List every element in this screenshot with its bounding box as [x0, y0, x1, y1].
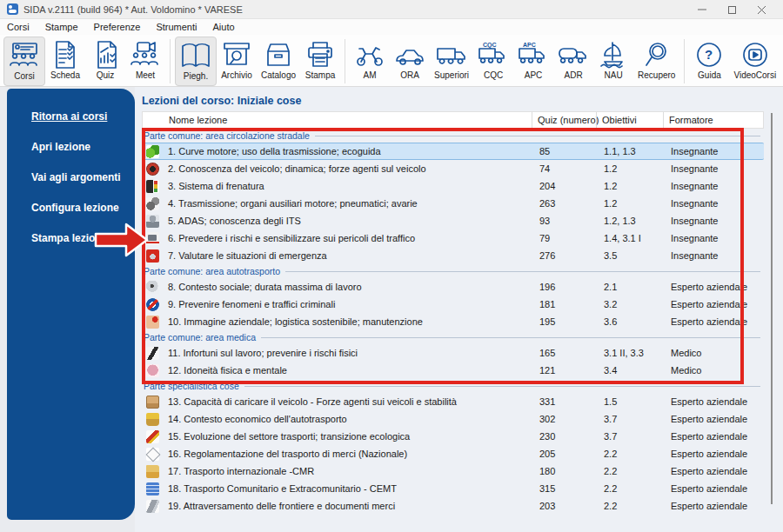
toolbar-button-cqc[interactable]: CQCCQC [473, 37, 513, 86]
toolbar-button-label: ORA [400, 70, 419, 80]
toolbar-button-guida[interactable]: ?Guida [689, 37, 729, 86]
table-row[interactable]: 16. Regolamentazione del trasporto di me… [142, 445, 764, 462]
toolbar-button-stampa[interactable]: Stampa [300, 37, 340, 86]
toolbar-button-quiz[interactable]: Quiz [85, 37, 125, 86]
lesson-quiz: 315 [532, 483, 597, 494]
table-row[interactable]: 1. Curve motore; uso della trasmissione;… [142, 143, 764, 160]
lesson-obiettivi: 3.4 [597, 365, 664, 376]
adr-icon [558, 39, 589, 70]
toolbar-button-label: APC [525, 70, 543, 80]
lesson-icon-cell [142, 482, 163, 495]
section-header: Parte comune: area autotrasporto [142, 264, 764, 278]
tachograph-icon [146, 281, 159, 294]
toolbar-button-label: Stampa [305, 70, 335, 80]
toolbar-button-adr[interactable]: ADR [553, 37, 593, 86]
lesson-name: 16. Regolamentazione del trasporto di me… [163, 449, 532, 459]
toolbar-group: ?GuidaVideoCorsi [689, 37, 780, 86]
table-row[interactable]: 5. ADAS; conoscenza degli ITS931.2, 1.3I… [142, 212, 764, 229]
close-icon [758, 6, 766, 14]
section-rule [315, 136, 760, 136]
toolbar-button-recupero[interactable]: Recupero [633, 37, 679, 86]
vertical-scrollbar[interactable] [771, 113, 773, 504]
lesson-icon-cell [142, 413, 163, 426]
lesson-name: 15. Evoluzione del settore trasporti; tr… [163, 431, 532, 442]
recupero-icon [641, 39, 673, 70]
risk-truck-icon [146, 232, 159, 245]
lesson-icon-cell [142, 396, 163, 409]
lesson-name: 3. Sistema di frenatura [163, 181, 532, 191]
toolbar-button-corsi[interactable]: Corsi [3, 37, 45, 86]
toolbar-button-archivio[interactable]: Archivio [217, 37, 257, 86]
table-row[interactable]: 7. Valutare le situazioni di emergenza27… [142, 247, 764, 264]
lesson-formatore: Medico [664, 348, 764, 358]
menu-item-stampe[interactable]: Stampe [45, 22, 78, 32]
window-controls [687, 0, 776, 19]
stampa-icon [304, 39, 336, 70]
lesson-obiettivi: 1.2, 1.3 [597, 216, 664, 226]
emergency-icon [146, 249, 159, 263]
toolbar-button-superiori[interactable]: Superiori [430, 37, 473, 86]
toolbar-group: CorsiSchedaQuizMeet [3, 37, 165, 86]
table-row[interactable]: 17. Trasporto internazionale -CMR1802.2E… [142, 462, 764, 480]
column-header-quiz[interactable]: Quiz (numero) [532, 112, 596, 128]
menu-item-corsi[interactable]: Corsi [7, 22, 30, 32]
lesson-name: 9. Prevenire fenomeni e traffici crimina… [163, 299, 532, 309]
toolbar-button-apc[interactable]: APCAPC [513, 37, 553, 86]
lesson-name: 11. Infortuni sul lavoro; prevenire i ri… [163, 348, 532, 358]
table-row[interactable]: 11. Infortuni sul lavoro; prevenire i ri… [142, 344, 764, 362]
table-row[interactable]: 4. Trasmissione; organi ausiliari motore… [142, 195, 764, 212]
table-row[interactable]: 14. Contesto economico dell'autotrasport… [142, 410, 764, 428]
sidebar-item-apri-lezione[interactable]: Apri lezione [7, 138, 135, 169]
table-row[interactable]: 13. Capacità di caricare il veicolo - Fo… [142, 393, 764, 410]
table-row[interactable]: 19. Attraversamento delle frontiere e do… [142, 497, 764, 515]
hand-heart-icon [146, 316, 159, 329]
adas-icon [146, 215, 159, 228]
lesson-obiettivi: 2.2 [597, 501, 664, 511]
lesson-obiettivi: 3.7 [597, 431, 664, 442]
sidebar-item-vai-agli-argomenti[interactable]: Vai agli argomenti [7, 169, 135, 199]
column-header-name[interactable]: Nome lezione [164, 112, 532, 128]
sidebar-item-ritorna-ai-corsi[interactable]: Ritorna ai corsi [7, 108, 135, 138]
column-header-formatore[interactable]: Formatore [663, 112, 763, 128]
toolbar-button-catalogo[interactable]: Catalogo [257, 37, 300, 86]
table-row[interactable]: 18. Trasporto Comunitario e Extracomunit… [142, 480, 764, 497]
minimize-button[interactable] [687, 0, 717, 19]
table-row[interactable]: 2. Conoscenza del veicolo; dinamica; for… [142, 160, 764, 177]
lesson-formatore: Insegnante [664, 146, 764, 156]
ora-icon [394, 39, 425, 70]
sidebar-item-stampa-lezione[interactable]: Stampa lezione [7, 229, 135, 260]
lesson-obiettivi: 2.2 [597, 466, 664, 476]
dove-border-icon [146, 500, 159, 513]
column-header-obiettivi[interactable]: Obiettivi [596, 112, 663, 128]
menu-item-strumenti[interactable]: Strumenti [156, 22, 197, 32]
lesson-quiz: 263 [532, 198, 597, 209]
lesson-icon-cell [142, 364, 163, 377]
section-title: Parte comune: area circolazione stradale [144, 130, 310, 141]
table-row[interactable]: 15. Evoluzione del settore trasporti; tr… [142, 428, 764, 445]
lesson-name: 7. Valutare le situazioni di emergenza [163, 250, 532, 261]
lesson-quiz: 196 [532, 282, 597, 292]
table-row[interactable]: 10. Immagine aziendale; logistica sosten… [142, 313, 764, 330]
lesson-quiz: 79 [532, 233, 597, 243]
menu-item-preferenze[interactable]: Preferenze [94, 22, 141, 32]
table-row[interactable]: 12. Idoneità fisica e mentale1213.4Medic… [142, 362, 764, 379]
lesson-icon-cell [142, 448, 163, 461]
toolbar-button-ora[interactable]: ORA [390, 37, 430, 86]
sidebar-item-configura-lezione[interactable]: Configura lezione [7, 199, 135, 229]
toolbar-button-scheda[interactable]: Scheda [45, 37, 85, 86]
title-bar: SIDA v.2111 (build 964) * Aut. Voldomino… [0, 0, 783, 19]
toolbar-button-am[interactable]: AM [350, 37, 390, 86]
menu-item-aiuto[interactable]: Aiuto [212, 22, 234, 32]
table-row[interactable]: 8. Contesto sociale; durata massima di l… [142, 278, 764, 296]
toolbar-button-label: CQC [484, 70, 503, 80]
close-button[interactable] [746, 0, 776, 19]
toolbar-button-nau[interactable]: NAU [593, 37, 633, 86]
maximize-button[interactable] [717, 0, 746, 19]
toolbar-button-piegh[interactable]: Piegh. [175, 37, 217, 86]
table-row[interactable]: 3. Sistema di frenatura2041.2Insegnante [142, 177, 764, 195]
lesson-obiettivi: 3.6 [597, 316, 664, 327]
table-row[interactable]: 6. Prevedere i rischi e sensibilizzare s… [142, 229, 764, 247]
toolbar-button-videocorsi[interactable]: VideoCorsi [729, 37, 780, 86]
table-row[interactable]: 9. Prevenire fenomeni e traffici crimina… [142, 296, 764, 313]
toolbar-button-meet[interactable]: Meet [125, 37, 165, 86]
